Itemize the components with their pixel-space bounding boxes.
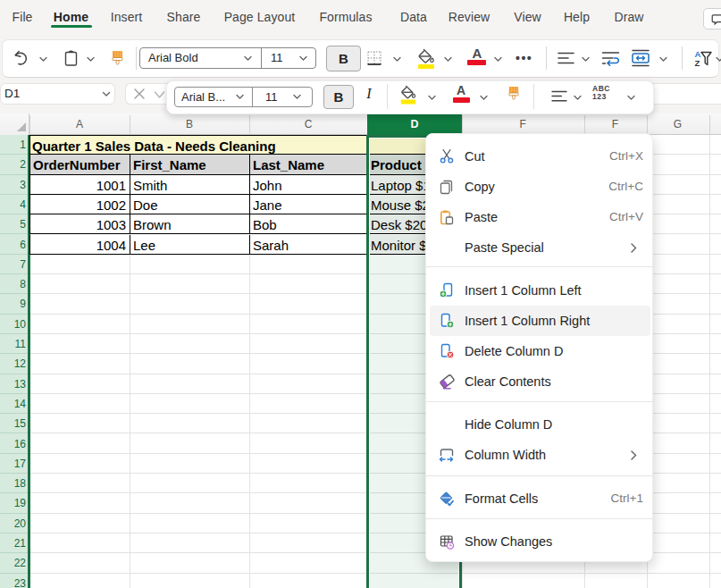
- svg-text:A: A: [695, 49, 701, 59]
- svg-text:Z: Z: [695, 58, 700, 68]
